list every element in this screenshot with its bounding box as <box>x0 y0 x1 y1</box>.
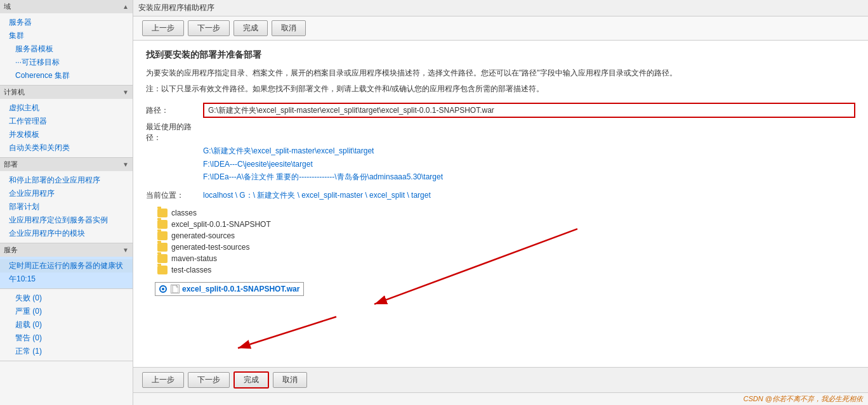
path-input[interactable] <box>203 103 855 118</box>
sidebar-section-health: 失败 (0) 严重 (0) 超载 (0) 警告 (0) 正常 (1) <box>0 289 133 361</box>
sidebar-item-servers[interactable]: 服务器 <box>0 16 133 29</box>
sidebar-item-cluster[interactable]: 集群 <box>0 29 133 42</box>
sidebar-section-domain: 域 ▲ 服务器 集群 服务器模板 ···可迁移目标 Coherence 集群 <box>0 0 133 86</box>
sidebar-item-overload[interactable]: 超载 (0) <box>0 318 133 331</box>
sidebar-item-app-server-locate[interactable]: 业应用程序定位到服务器实例 <box>0 214 133 227</box>
sidebar-section-deploy: 部署 ▼ 和停止部署的企业应用程序 企业应用程序 部署计划 业应用程序定位到服务… <box>0 158 133 243</box>
top-bar: 安装应用程序辅助程序 <box>133 0 868 16</box>
recent-path-3[interactable]: F:\IDEa---A\备注文件 重要的--------------\青岛备份\… <box>203 170 855 183</box>
domain-content: 服务器 集群 服务器模板 ···可迁移目标 Coherence 集群 <box>0 13 133 85</box>
cancel-button-bottom[interactable]: 取消 <box>273 372 307 388</box>
sidebar-item-migrate-target[interactable]: ···可迁移目标 <box>0 56 133 69</box>
folder-icon-maven-status <box>157 254 168 263</box>
status-bar: CSDN @你若不离不弃，我必生死相依 <box>133 392 868 405</box>
folder-icon-snapshot <box>157 220 168 229</box>
bottom-button-bar: 上一步 下一步 完成 取消 <box>133 367 868 392</box>
collapse-machine[interactable]: ▼ <box>122 89 129 96</box>
machine-content: 虚拟主机 工作管理器 并发模板 自动关类和关闭类 <box>0 99 133 157</box>
panel-description: 为要安装的应用程序指定目录、档案文件，展开的档案目录或应用程序模块描述符，选择文… <box>146 67 855 79</box>
path-field-row: 路径： <box>146 103 855 118</box>
sidebar-item-critical[interactable]: 严重 (0) <box>0 305 133 318</box>
folder-icon-classes <box>157 209 168 217</box>
sidebar-section-services: 服务 ▼ 定时周正在运行的服务器的健康状 午10:15 <box>0 243 133 289</box>
install-panel: 找到要安装的部署并准备部署 为要安装的应用程序指定目录、档案文件，展开的档案目录… <box>133 41 868 367</box>
main-wrapper: 安装应用程序辅助程序 上一步 下一步 完成 取消 找到要安装的部署并准备部署 为… <box>133 0 868 405</box>
health-content: 失败 (0) 严重 (0) 超载 (0) 警告 (0) 正常 (1) <box>0 289 133 361</box>
folder-item-gen-sources[interactable]: generated-sources <box>155 230 855 241</box>
folder-item-snapshot[interactable]: excel_split-0.0.1-SNAPSHOT <box>155 219 855 230</box>
services-content: 定时周正在运行的服务器的健康状 午10:15 <box>0 257 133 288</box>
sidebar-item-app-modules[interactable]: 企业应用程序中的模块 <box>0 227 133 240</box>
folder-icon-test-classes <box>157 266 168 274</box>
sidebar-item-coherence-cluster[interactable]: Coherence 集群 <box>0 69 133 82</box>
recent-path-2[interactable]: F:\IDEA---C\jeesite\jeesite\target <box>203 158 855 170</box>
folder-name-maven-status: maven-status <box>171 254 217 263</box>
selected-file-name: excel_split-0.0.1-SNAPSHOT.war <box>182 285 299 293</box>
panel-main-title: 找到要安装的部署并准备部署 <box>146 49 855 61</box>
prev-button-top[interactable]: 上一步 <box>142 20 184 36</box>
next-button-top[interactable]: 下一步 <box>188 20 230 36</box>
folder-item-classes[interactable]: classes <box>155 207 855 219</box>
folder-name-gen-sources: generated-sources <box>171 231 235 240</box>
sidebar-section-machine: 计算机 ▼ 虚拟主机 工作管理器 并发模板 自动关类和关闭类 <box>0 86 133 158</box>
deploy-content: 和停止部署的企业应用程序 企业应用程序 部署计划 业应用程序定位到服务器实例 企… <box>0 171 133 243</box>
finish-button-top[interactable]: 完成 <box>233 20 268 36</box>
recent-label-row: 最近使用的路径： <box>146 122 855 143</box>
collapse-services[interactable]: ▼ <box>122 247 129 254</box>
sidebar-item-virtualhost[interactable]: 虚拟主机 <box>0 101 133 115</box>
sidebar-item-workmanager[interactable]: 工作管理器 <box>0 115 133 128</box>
path-label: 路径： <box>146 105 203 116</box>
recent-paths-list: G:\新建文件夹\excel_split-master\excel_split\… <box>203 145 855 183</box>
svg-line-2 <box>238 317 336 349</box>
collapse-deploy[interactable]: ▼ <box>122 161 129 168</box>
section-title-deploy: 部署 <box>4 160 18 169</box>
folder-list: classes excel_split-0.0.1-SNAPSHOT gener… <box>155 207 855 276</box>
current-location-row: 当前位置： localhost \ G：\ 新建文件夹 \ excel_spli… <box>146 190 855 201</box>
folder-icon-gen-test-sources <box>157 243 168 252</box>
recent-label: 最近使用的路径： <box>146 122 203 143</box>
section-header-services[interactable]: 服务 ▼ <box>0 243 133 257</box>
folder-name-test-classes: test-classes <box>171 266 211 274</box>
section-header-deploy[interactable]: 部署 ▼ <box>0 158 133 171</box>
sidebar-item-auto-shutdown[interactable]: 自动关类和关闭类 <box>0 141 133 155</box>
collapse-domain[interactable]: ▲ <box>122 3 129 10</box>
folder-name-classes: classes <box>171 209 197 217</box>
panel-title-bar: 安装应用程序辅助程序 <box>138 3 214 12</box>
sidebar: 域 ▲ 服务器 集群 服务器模板 ···可迁移目标 Coherence 集群 计… <box>0 0 133 405</box>
section-header-domain[interactable]: 域 ▲ <box>0 0 133 13</box>
folder-icon-gen-sources <box>157 231 168 240</box>
sidebar-item-stop-deploy[interactable]: 和停止部署的企业应用程序 <box>0 174 133 187</box>
folder-name-snapshot: excel_split-0.0.1-SNAPSHOT <box>171 220 271 229</box>
sidebar-item-warning[interactable]: 警告 (0) <box>0 331 133 345</box>
watermark-text: CSDN @你若不离不弃，我必生死相依 <box>744 394 863 404</box>
sidebar-item-normal[interactable]: 正常 (1) <box>0 345 133 358</box>
sidebar-item-concurrent-template[interactable]: 并发模板 <box>0 128 133 141</box>
recent-path-1[interactable]: G:\新建文件夹\excel_split-master\excel_split\… <box>203 145 855 157</box>
radio-selected <box>159 285 167 293</box>
folder-item-maven-status[interactable]: maven-status <box>155 253 855 264</box>
sidebar-item-fail[interactable]: 失败 (0) <box>0 292 133 305</box>
section-title-services: 服务 <box>4 245 18 255</box>
section-title-machine: 计算机 <box>4 87 25 97</box>
current-location-label: 当前位置： <box>146 190 203 201</box>
panel-note: 注：以下只显示有效文件路径。如果您找不到部署文件，则请上载文件和/或确认您的应用… <box>146 83 855 95</box>
folder-item-test-classes[interactable]: test-classes <box>155 264 855 276</box>
top-button-bar: 上一步 下一步 完成 取消 <box>133 16 868 41</box>
current-location-value: localhost \ G：\ 新建文件夹 \ excel_split-mast… <box>203 190 431 201</box>
cancel-button-top[interactable]: 取消 <box>272 20 306 36</box>
section-header-machine[interactable]: 计算机 ▼ <box>0 86 133 99</box>
sidebar-item-server-template[interactable]: 服务器模板 <box>0 42 133 56</box>
folder-name-gen-test-sources: generated-test-sources <box>171 243 249 252</box>
section-title-domain: 域 <box>4 2 11 11</box>
sidebar-item-deploy-plan[interactable]: 部署计划 <box>0 200 133 214</box>
folder-item-gen-test-sources[interactable]: generated-test-sources <box>155 241 855 253</box>
file-icon <box>171 285 180 293</box>
sidebar-item-health-desc[interactable]: 定时周正在运行的服务器的健康状 <box>0 259 133 273</box>
selected-file-row[interactable]: excel_split-0.0.1-SNAPSHOT.war <box>155 282 304 296</box>
sidebar-item-time[interactable]: 午10:15 <box>0 273 133 286</box>
prev-button-bottom[interactable]: 上一步 <box>142 372 184 388</box>
sidebar-item-enterprise-app[interactable]: 企业应用程序 <box>0 187 133 200</box>
finish-button-bottom[interactable]: 完成 <box>233 371 269 389</box>
next-button-bottom[interactable]: 下一步 <box>188 372 230 388</box>
